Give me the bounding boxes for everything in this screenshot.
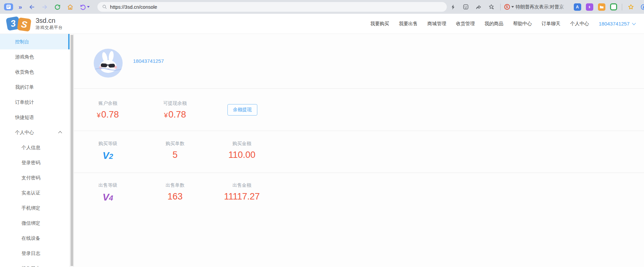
sidebar-item-wechat-bind[interactable]: 微信绑定 [0, 216, 70, 231]
toolbar-right: S 特朗普再次表示:对普京 A [447, 3, 644, 11]
nav-personal-center[interactable]: 个人中心 [570, 21, 589, 27]
withdrawable-balance-label: 可提现余额 [146, 100, 204, 106]
sidebar-scrollbar[interactable] [70, 34, 74, 267]
currency-symbol: ¥ [97, 112, 100, 119]
translate-extension-icon[interactable]: A [574, 3, 581, 11]
logo-tagline: 游戏交易平台 [36, 25, 63, 31]
main-content: 18043741257 账户余额 ¥0.78 可提现余额 ¥0.78 余额提现 … [74, 34, 644, 267]
sidebar-item-label: 个人中心 [15, 130, 34, 135]
nav-buy[interactable]: 我要购买 [370, 21, 389, 27]
account-phone: 18043741257 [599, 21, 630, 27]
sale-orders-value: 163 [146, 191, 204, 202]
sidebar-item-pay-password[interactable]: 支付密码 [0, 170, 70, 185]
scrollbar-thumb[interactable] [71, 35, 73, 266]
nav-mall-manage[interactable]: 商城管理 [427, 21, 446, 27]
purchase-orders-label: 购买单数 [146, 141, 204, 147]
news-ticker[interactable]: S 特朗普再次表示:对普京 [504, 4, 570, 10]
chevron-up-icon [58, 131, 62, 135]
account-menu[interactable]: 18043741257 [599, 21, 635, 27]
home-icon[interactable] [67, 3, 74, 11]
section-divider [74, 131, 644, 131]
refresh-icon[interactable] [54, 3, 61, 11]
sidebar-item-my-orders[interactable]: 我的订单 [0, 80, 70, 95]
sale-amount-label: 出售金额 [213, 182, 270, 188]
withdrawable-balance-block: 可提现余额 ¥0.78 [146, 100, 204, 120]
browser-toolbar: » https://3sd.cn/console S [0, 0, 644, 14]
withdraw-button[interactable]: 余额提现 [227, 104, 257, 116]
profile-username: 18043741257 [133, 58, 164, 64]
orange-folder-extension-icon[interactable] [598, 3, 605, 11]
currency-symbol: ¥ [164, 112, 168, 119]
news-dropdown-caret[interactable] [511, 6, 514, 8]
sidebar-item-phone-bind[interactable]: 手机绑定 [0, 201, 70, 216]
sidebar-item-personal-center[interactable]: 个人中心 [0, 125, 70, 140]
sidebar-item-console[interactable]: 控制台 [0, 34, 70, 49]
tab-preview-icon [6, 5, 11, 9]
avatar[interactable] [94, 49, 123, 78]
sale-level-value: V4 [79, 192, 136, 203]
nav-sell[interactable]: 我要出售 [399, 21, 418, 27]
logo-tile-s: S [17, 17, 32, 32]
news-fade [559, 4, 570, 10]
news-source-icon: S [504, 4, 510, 10]
purchase-level-label: 购买等级 [79, 141, 136, 147]
sidebar-item-order-stats[interactable]: 订单统计 [0, 95, 70, 110]
sidebar-item-personal-info[interactable]: 个人信息 [0, 140, 70, 155]
reader-icon[interactable] [462, 3, 470, 11]
top-nav: 我要购买 我要出售 商城管理 收货管理 我的商品 帮助中心 订单聊天 个人中心 … [360, 21, 635, 27]
sale-orders-label: 出售单数 [146, 182, 204, 188]
bunny-avatar-icon [94, 49, 123, 78]
page-body: 控制台 游戏角色 收货角色 我的订单 订单统计 快捷短语 个人中心 个人信息 登… [0, 34, 644, 267]
boost-icon[interactable] [449, 3, 457, 11]
site-logo[interactable]: 3 S 3sd.cn 游戏交易平台 [7, 16, 63, 32]
sidebar-item-login-password[interactable]: 登录密码 [0, 155, 70, 170]
sidebar-item-receive-roles[interactable]: 收货角色 [0, 64, 70, 80]
purchase-amount-value: 110.00 [213, 150, 270, 160]
download-icon[interactable] [640, 3, 644, 11]
sale-orders-block: 出售单数 163 [146, 182, 204, 202]
logo-domain: 3sd.cn [36, 17, 63, 25]
forward-icon[interactable] [41, 3, 48, 11]
toolbar-separator [622, 4, 622, 10]
toolbar-separator [500, 4, 501, 10]
sale-amount-value: 11117.27 [213, 191, 270, 202]
news-headline: 特朗普再次表示:对普京 [516, 4, 564, 9]
sidebar-tab-icon[interactable] [4, 3, 13, 10]
sidebar-item-quick-phrases[interactable]: 快捷短语 [0, 110, 70, 125]
sidebar-item-online-devices[interactable]: 在线设备 [0, 231, 70, 246]
overflow-chevron-icon[interactable]: » [18, 4, 22, 10]
sale-level-label: 出售等级 [79, 182, 136, 188]
withdrawable-balance-value: ¥0.78 [146, 109, 204, 120]
search-icon [102, 4, 107, 9]
undo-icon[interactable] [79, 3, 90, 11]
nav-receive-manage[interactable]: 收货管理 [456, 21, 475, 27]
sidebar-item-login-log[interactable]: 登录日志 [0, 246, 70, 261]
nav-my-goods[interactable]: 我的商品 [484, 21, 503, 27]
purchase-amount-label: 购买金额 [213, 141, 270, 147]
logo-text: 3sd.cn 游戏交易平台 [36, 17, 63, 31]
undo-dropdown-caret[interactable] [87, 6, 90, 8]
purchase-orders-value: 5 [146, 150, 204, 160]
chevron-down-icon [632, 21, 636, 25]
sidebar-item-partial-bottom[interactable]: 操作日志 [0, 261, 70, 267]
purchase-amount-block: 购买金额 110.00 [213, 141, 270, 160]
favorites-star-icon[interactable] [627, 3, 635, 11]
purple-extension-icon[interactable] [586, 3, 593, 11]
section-divider [74, 88, 644, 89]
nav-order-chat[interactable]: 订单聊天 [542, 21, 560, 27]
share-icon[interactable] [475, 3, 482, 11]
sale-level-block: 出售等级 V4 [79, 182, 136, 203]
address-bar[interactable]: https://3sd.cn/console [97, 2, 447, 12]
account-balance-block: 账户余额 ¥0.78 [79, 100, 136, 120]
site-header: 3 S 3sd.cn 游戏交易平台 我要购买 我要出售 商城管理 收货管理 我的… [0, 14, 644, 34]
account-balance-label: 账户余额 [79, 100, 136, 106]
sidebar: 控制台 游戏角色 收货角色 我的订单 订单统计 快捷短语 个人中心 个人信息 登… [0, 34, 70, 267]
nav-help-center[interactable]: 帮助中心 [513, 21, 532, 27]
green-extension-icon[interactable] [610, 3, 617, 10]
url-text: https://3sd.cn/console [110, 4, 157, 10]
sidebar-item-game-roles[interactable]: 游戏角色 [0, 49, 70, 64]
back-icon[interactable] [28, 3, 36, 11]
sidebar-item-real-name[interactable]: 实名认证 [0, 185, 70, 201]
bookmark-star-add-icon[interactable] [488, 3, 495, 11]
logo-tiles: 3 S [7, 16, 33, 32]
